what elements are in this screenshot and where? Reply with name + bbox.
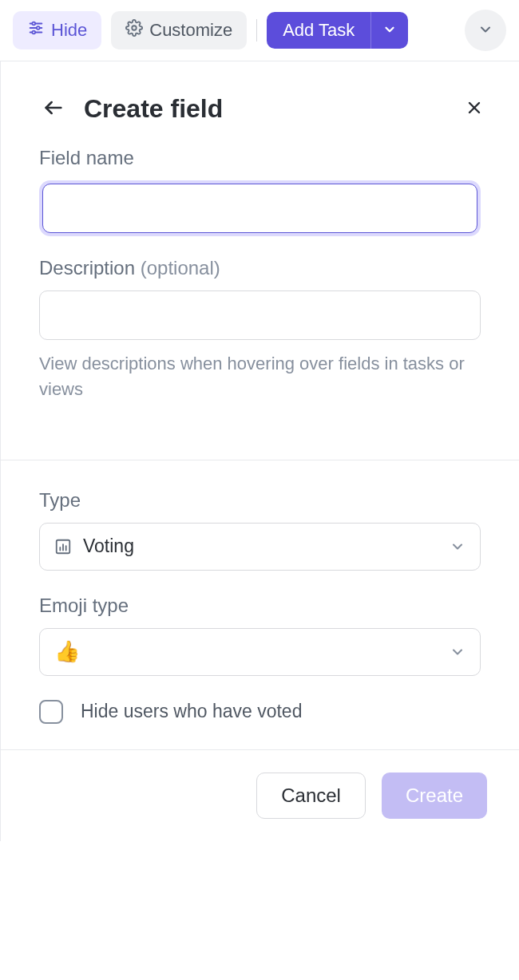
add-task-label: Add Task (283, 20, 355, 40)
type-label: Type (39, 489, 481, 512)
create-label: Create (406, 784, 463, 806)
type-select[interactable]: Voting (39, 523, 481, 571)
svg-point-6 (133, 26, 137, 30)
svg-point-1 (32, 22, 35, 26)
field-name-input[interactable] (42, 184, 477, 233)
svg-point-5 (32, 31, 35, 34)
type-value: Voting (83, 535, 450, 557)
back-button[interactable] (39, 93, 68, 124)
customize-label: Customize (149, 20, 232, 41)
description-optional-text: (optional) (141, 257, 220, 279)
close-icon (465, 108, 484, 120)
gear-icon (125, 19, 143, 41)
chevron-down-icon (382, 22, 397, 39)
hide-label: Hide (51, 20, 87, 41)
panel-title: Create field (84, 94, 462, 124)
toolbar: Hide Customize Add Task (0, 0, 519, 61)
create-button[interactable]: Create (382, 773, 487, 819)
filter-icon (27, 19, 45, 41)
close-button[interactable] (462, 95, 487, 123)
customize-button[interactable]: Customize (111, 11, 247, 49)
create-field-panel: Create field Field name Description (opt… (0, 61, 519, 841)
svg-point-3 (37, 26, 40, 30)
divider (256, 19, 257, 41)
chevron-down-icon (450, 644, 466, 660)
chevron-down-icon (477, 22, 493, 40)
add-task-button[interactable]: Add Task (267, 12, 370, 49)
voting-icon (54, 538, 72, 555)
emoji-value: 👍 (54, 639, 450, 664)
emoji-type-select[interactable]: 👍 (39, 628, 481, 676)
description-input[interactable] (39, 290, 481, 340)
panel-header: Create field (1, 61, 519, 147)
cancel-button[interactable]: Cancel (256, 773, 366, 819)
field-name-label: Field name (39, 147, 481, 169)
emoji-type-label: Emoji type (39, 595, 481, 617)
form-section-basics: Field name Description (optional) View d… (1, 147, 519, 434)
arrow-left-icon (42, 109, 65, 121)
hide-users-label: Hide users who have voted (81, 701, 302, 722)
more-button[interactable] (465, 10, 506, 51)
description-label: Description (optional) (39, 257, 481, 279)
chevron-down-icon (450, 539, 466, 555)
form-section-type: Type Voting Emoji type 👍 (1, 460, 519, 749)
hide-users-row: Hide users who have voted (39, 700, 481, 724)
panel-footer: Cancel Create (1, 750, 519, 841)
add-task-dropdown-button[interactable] (370, 12, 408, 49)
description-label-text: Description (39, 257, 141, 279)
field-name-focus-ring (39, 180, 481, 236)
add-task-group: Add Task (267, 12, 408, 49)
hide-button[interactable]: Hide (13, 11, 101, 49)
cancel-label: Cancel (281, 784, 341, 806)
description-helper: View descriptions when hovering over fie… (39, 351, 481, 402)
hide-users-checkbox[interactable] (39, 700, 63, 724)
